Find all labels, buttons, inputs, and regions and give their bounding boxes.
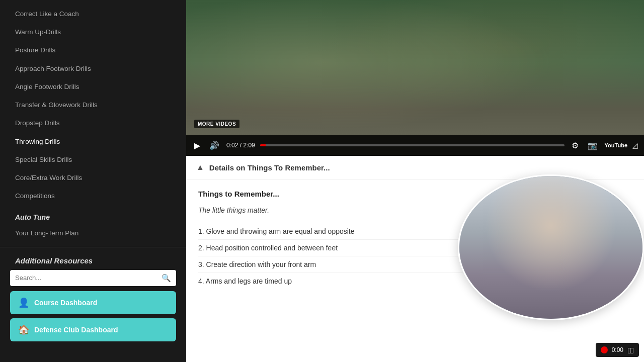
sidebar-divider — [0, 247, 186, 247]
fullscreen-button[interactable]: ◿ — [632, 141, 638, 149]
recording-indicator — [601, 346, 608, 353]
video-background — [186, 0, 644, 156]
search-box: 🔍 — [10, 270, 176, 286]
sidebar-nav-item-posture-drills[interactable]: Posture Drills — [0, 41, 186, 59]
airplay-button[interactable]: 📷 — [586, 140, 600, 151]
defense-club-dashboard-button[interactable]: 🏠 Defense Club Dashboard — [10, 318, 176, 341]
main-content: MORE VIDEOS ▶ 🔊 0:02 / 2:09 ⚙ 📷 YouTube — [186, 0, 644, 362]
overlay-time: 0:00 — [612, 346, 623, 353]
auto-tune-section-label: Auto Tune — [0, 205, 186, 224]
sidebar-nav-item-warm-up-drills[interactable]: Warm Up-Drills — [0, 23, 186, 41]
bottom-video-overlay: 0:00 ◫ — [596, 343, 639, 357]
airplay-icon: 📷 — [588, 141, 598, 150]
sidebar-nav-item-transfer-glovework-drills[interactable]: Transfer & Glovework Drills — [0, 96, 186, 114]
youtube-logo: YouTube — [605, 142, 627, 148]
sidebar: Correct Like a Coach Warm Up-Drills Post… — [0, 0, 186, 362]
settings-button[interactable]: ⚙ — [570, 140, 581, 151]
sidebar-nav-item-angle-footwork-drills[interactable]: Angle Footwork Drills — [0, 78, 186, 96]
details-title: Details on Things To Remember... — [209, 163, 330, 172]
sidebar-nav-item-core-extra-work-drills[interactable]: Core/Extra Work Drills — [0, 169, 186, 187]
video-scene — [186, 0, 644, 156]
progress-bar[interactable] — [260, 144, 565, 146]
sidebar-nav-item-throwing-drills[interactable]: Throwing Drills — [0, 133, 186, 151]
home-icon: 🏠 — [18, 324, 29, 335]
floating-video-thumbnail — [458, 174, 644, 320]
sidebar-nav-item-special-skills-drills[interactable]: Special Skills Drills — [0, 151, 186, 169]
search-button[interactable]: 🔍 — [162, 274, 171, 283]
details-toggle-button[interactable]: ▲ — [196, 163, 204, 172]
volume-icon: 🔊 — [209, 141, 219, 150]
additional-resources-title: Additional Resources — [10, 256, 176, 265]
sidebar-nav-item-correct-like-coach[interactable]: Correct Like a Coach — [0, 5, 186, 23]
sidebar-nav-item-competitions[interactable]: Competitions — [0, 187, 186, 205]
sidebar-nav-item-your-long-term-plan[interactable]: Your Long-Term Plan — [0, 224, 186, 242]
grid-icon: ◫ — [627, 346, 634, 354]
volume-button[interactable]: 🔊 — [207, 140, 221, 151]
details-panel: ▲ Details on Things To Remember... Thing… — [186, 156, 644, 362]
details-body: Things to Remember... The little things … — [186, 179, 644, 299]
floating-video-inner — [459, 176, 642, 319]
time-display: 0:02 / 2:09 — [226, 142, 255, 149]
sidebar-nav-item-dropstep-drills[interactable]: Dropstep Drills — [0, 114, 186, 132]
search-input[interactable] — [15, 274, 162, 282]
more-videos-badge: MORE VIDEOS — [194, 120, 239, 128]
person-icon: 👤 — [18, 297, 29, 308]
course-dashboard-button[interactable]: 👤 Course Dashboard — [10, 291, 176, 314]
video-player: MORE VIDEOS ▶ 🔊 0:02 / 2:09 ⚙ 📷 YouTube — [186, 0, 644, 156]
additional-resources-section: Additional Resources 🔍 👤 Course Dashboar… — [0, 251, 186, 350]
play-icon: ▶ — [194, 141, 200, 150]
progress-fill — [260, 144, 266, 146]
play-button[interactable]: ▶ — [192, 140, 202, 151]
search-icon: 🔍 — [162, 274, 171, 282]
fullscreen-icon: ◿ — [632, 141, 638, 149]
sidebar-nav-item-approach-footwork-drills[interactable]: Approach Footwork Drills — [0, 60, 186, 78]
video-controls-bar: ▶ 🔊 0:02 / 2:09 ⚙ 📷 YouTube ◿ — [186, 135, 644, 156]
settings-icon: ⚙ — [572, 141, 579, 150]
details-header: ▲ Details on Things To Remember... — [186, 156, 644, 179]
